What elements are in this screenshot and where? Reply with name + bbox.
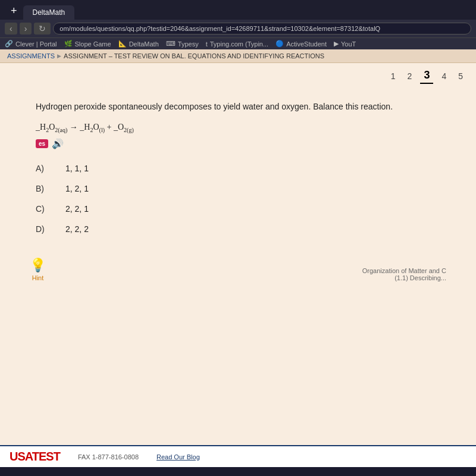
- org-line1: Organization of Matter and C: [362, 267, 446, 274]
- page-content: ASSIGNMENTS ▶ ASSIGNMENT – TEST REVIEW O…: [0, 49, 476, 467]
- question-nav-4[interactable]: 4: [438, 70, 450, 82]
- question-footer: 💡 Hint Organization of Matter and C (1.1…: [0, 246, 476, 293]
- bookmarks-bar: 🔗Clever | Portal🌿Slope Game📐DeltaMath⌨Ty…: [0, 37, 476, 49]
- question-nav-3[interactable]: 3: [420, 68, 433, 84]
- tab-label: DeltaMath: [33, 8, 65, 17]
- org-line2: (1.1) Describing...: [362, 274, 446, 281]
- refresh-button[interactable]: ↻: [34, 23, 51, 35]
- browser-toolbar: ‹ › ↻ om/modules/questions/qq.php?testid…: [0, 20, 476, 37]
- breadcrumb-part1[interactable]: ASSIGNMENTS: [7, 52, 55, 60]
- url-bar[interactable]: om/modules/questions/qq.php?testid=2046&…: [53, 23, 471, 35]
- new-tab-button[interactable]: +: [5, 2, 23, 20]
- breadcrumb: ASSIGNMENTS ▶ ASSIGNMENT – TEST REVIEW O…: [0, 49, 476, 63]
- breadcrumb-part2: ASSIGNMENT – TEST REVIEW ON BAL. EQUATIO…: [64, 52, 324, 60]
- hint-area[interactable]: 💡 Hint: [30, 258, 46, 281]
- choice-letter: D): [36, 224, 48, 234]
- bookmark-activestudent[interactable]: 🔵ActiveStudent: [275, 40, 327, 48]
- bookmark-typing-com--typin---[interactable]: tTyping.com (Typin...: [206, 40, 269, 48]
- question-navigation: 12345: [0, 63, 476, 89]
- breadcrumb-sep1: ▶: [57, 53, 61, 59]
- footer-logo: USATEST: [10, 450, 60, 464]
- choice-a[interactable]: A)1, 1, 1: [36, 164, 446, 173]
- forward-button[interactable]: ›: [20, 23, 32, 35]
- question-nav-5[interactable]: 5: [455, 70, 466, 82]
- choice-c[interactable]: C)2, 2, 1: [36, 204, 446, 214]
- bookmark-yout[interactable]: ▶YouT: [334, 40, 356, 48]
- choice-value: 2, 2, 2: [65, 224, 89, 234]
- choice-letter: C): [36, 204, 48, 214]
- bookmark-deltamath[interactable]: 📐DeltaMath: [118, 40, 159, 48]
- footer-blog[interactable]: Read Our Blog: [156, 453, 200, 461]
- audio-controls: es 🔊: [36, 138, 446, 149]
- choice-letter: B): [36, 184, 48, 193]
- question-text: Hydrogen peroxide spontaneously decompos…: [36, 101, 446, 113]
- choice-d[interactable]: D)2, 2, 2: [36, 224, 446, 234]
- page-footer: USATEST FAX 1-877-816-0808 Read Our Blog: [0, 445, 476, 467]
- choice-letter: A): [36, 164, 48, 173]
- choice-value: 1, 2, 1: [65, 184, 89, 193]
- active-tab[interactable]: DeltaMath: [23, 5, 75, 20]
- bookmark-clever---portal[interactable]: 🔗Clever | Portal: [5, 40, 57, 48]
- question-area: Hydrogen peroxide spontaneously decompos…: [0, 89, 476, 246]
- equation: _H2O2(aq) → _H2O(l) + _O2(g): [36, 123, 446, 133]
- hint-label: Hint: [32, 274, 44, 281]
- audio-button[interactable]: 🔊: [52, 138, 64, 149]
- answer-choices: A)1, 1, 1B)1, 2, 1C)2, 2, 1D)2, 2, 2: [36, 164, 446, 234]
- choice-b[interactable]: B)1, 2, 1: [36, 184, 446, 193]
- es-badge[interactable]: es: [36, 139, 48, 148]
- bookmark-typesy[interactable]: ⌨Typesy: [166, 40, 199, 48]
- footer-fax: FAX 1-877-816-0808: [78, 453, 139, 461]
- hint-icon: 💡: [30, 258, 46, 273]
- question-nav-2[interactable]: 2: [404, 70, 416, 82]
- question-nav-1[interactable]: 1: [387, 70, 399, 82]
- org-info: Organization of Matter and C (1.1) Descr…: [362, 267, 446, 281]
- choice-value: 2, 2, 1: [65, 204, 89, 214]
- back-button[interactable]: ‹: [5, 23, 17, 35]
- bookmark-slope-game[interactable]: 🌿Slope Game: [64, 40, 111, 48]
- choice-value: 1, 1, 1: [65, 164, 89, 173]
